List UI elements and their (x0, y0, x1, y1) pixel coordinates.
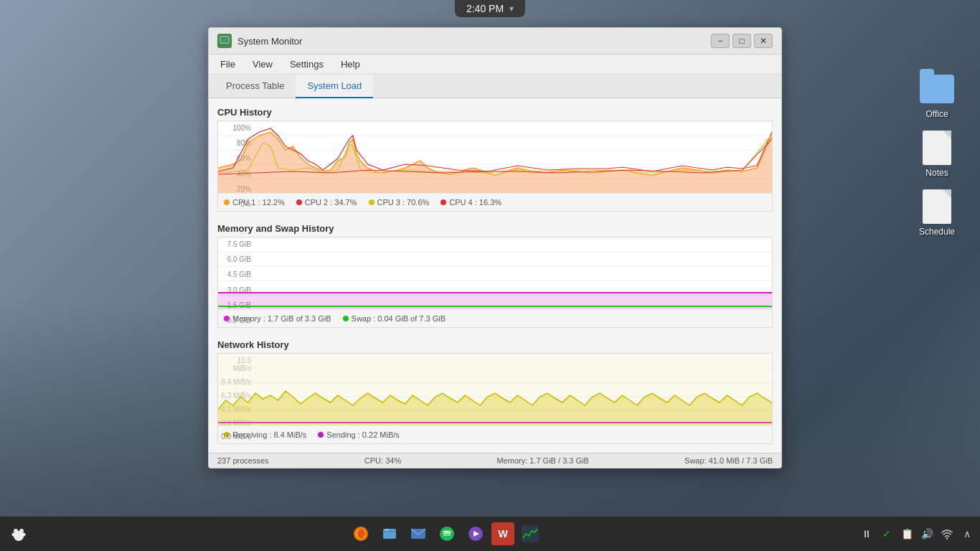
taskbar-firefox[interactable] (348, 521, 374, 547)
memory-chart-container: 7.5 GiB 6.0 GiB 4.5 GiB 3.0 GiB 1.5 GiB … (217, 237, 773, 328)
cpu-history-title: CPU History (217, 107, 773, 118)
cpu-legend: CPU 1 : 12.2% CPU 2 : 34.7% CPU 3 : 70.6… (218, 193, 772, 211)
network-chart-svg (218, 354, 772, 425)
minimize-button[interactable]: − (711, 34, 730, 48)
taskbar-right: ⏸ ✓ 📋 🔊 ∧ (859, 527, 974, 541)
svg-point-27 (14, 529, 18, 533)
firefox-icon (352, 525, 369, 542)
statusbar: 237 processes CPU: 34% Memory: 1.7 GiB /… (209, 453, 781, 468)
process-count: 237 processes (217, 456, 269, 465)
stocks-icon (522, 525, 539, 542)
sending-label: Sending : 0.22 MiB/s (326, 430, 400, 439)
network-history-title: Network History (217, 339, 773, 350)
volume-icon[interactable]: 🔊 (920, 527, 934, 541)
tab-system-load[interactable]: System Load (296, 75, 373, 98)
cpu-chart-area (218, 121, 772, 193)
wifi-symbol (941, 528, 953, 540)
desktop-icons: Office Notes Schedule (908, 72, 966, 237)
notes-file-icon (923, 131, 951, 165)
cpu3-dot (369, 199, 374, 205)
cpu3-legend: CPU 3 : 70.6% (369, 198, 430, 207)
memory-chart-area (218, 237, 772, 309)
files-icon (381, 525, 398, 542)
memory-legend: Memory : 1.7 GiB of 3.3 GiB Swap : 0.04 … (218, 309, 772, 327)
cpu4-dot (440, 199, 446, 205)
network-chart-area (218, 354, 772, 425)
desktop-icon-office[interactable]: Office (908, 72, 966, 119)
cpu-history-section: CPU History 100% 80% 60% 40% 20% 0% (217, 107, 773, 212)
swap-dot (343, 316, 349, 321)
svg-rect-34 (383, 531, 396, 532)
window-title: System Monitor (237, 36, 302, 47)
tab-process-table[interactable]: Process Table (215, 75, 296, 98)
desktop-icon-notes-label: Notes (925, 168, 948, 178)
system-monitor-icon (220, 36, 230, 46)
network-chart-container: 10.5 MiB/s 8.4 MiB/s 6.3 MiB/s 4.2 MiB/s… (217, 353, 773, 444)
window-titlebar: System Monitor − □ ✕ (209, 28, 781, 55)
cpu-chart-container: 100% 80% 60% 40% 20% 0% (217, 121, 773, 212)
menubar: File View Settings Help (209, 55, 781, 75)
swap-legend-item: Swap : 0.04 GiB of 7.3 GiB (343, 314, 446, 323)
chevron-up-icon[interactable]: ∧ (960, 527, 974, 541)
taskbar: W ⏸ ✓ 📋 🔊 ∧ (0, 517, 980, 551)
spotify-icon (438, 525, 456, 542)
tabs: Process Table System Load (209, 75, 781, 98)
cpu2-dot (296, 199, 302, 205)
taskbar-spotify[interactable] (434, 521, 460, 547)
menu-help[interactable]: Help (335, 57, 366, 71)
maximize-button[interactable]: □ (732, 34, 751, 48)
svg-marker-7 (218, 132, 772, 193)
taskbar-left (6, 521, 32, 547)
folder-icon (920, 75, 954, 103)
cpu3-label: CPU 3 : 70.6% (377, 198, 430, 207)
taskbar-stocks[interactable] (517, 521, 543, 547)
clock-widget[interactable]: 2:40 PM ▾ (455, 0, 525, 17)
window-content: CPU History 100% 80% 60% 40% 20% 0% (209, 98, 781, 453)
clipboard-icon[interactable]: 📋 (900, 527, 914, 541)
clock-dropdown-icon[interactable]: ▾ (509, 4, 514, 14)
swap-usage: Swap: 41.0 MiB / 7.3 GiB (684, 456, 773, 465)
pause-icon[interactable]: ⏸ (859, 527, 874, 541)
menu-view[interactable]: View (247, 57, 278, 71)
check-icon[interactable]: ✓ (880, 527, 894, 541)
clock-time: 2:40 PM (466, 3, 504, 14)
desktop-icon-notes[interactable]: Notes (908, 131, 966, 178)
memory-chart-svg (218, 237, 772, 309)
mail-icon (410, 525, 427, 542)
taskbar-player[interactable] (463, 521, 489, 547)
memory-usage: Memory: 1.7 GiB / 3.3 GiB (496, 456, 588, 465)
desktop-icon-schedule[interactable]: Schedule (908, 189, 966, 237)
cpu-usage: CPU: 34% (364, 456, 401, 465)
schedule-file-icon (923, 189, 951, 224)
sending-legend-item: Sending : 0.22 MiB/s (318, 430, 400, 439)
network-history-section: Network History 10.5 MiB/s 8.4 MiB/s 6.3… (217, 339, 773, 444)
svg-point-29 (12, 533, 16, 537)
window-controls: − □ ✕ (711, 34, 773, 48)
svg-point-28 (19, 529, 24, 533)
taskbar-center: W (348, 521, 543, 547)
taskbar-mail[interactable] (405, 521, 431, 547)
desktop: 2:40 PM ▾ Office Notes Schedule (0, 0, 980, 551)
paw-icon (11, 526, 27, 542)
cpu2-legend: CPU 2 : 34.7% (296, 198, 357, 207)
sending-dot (318, 432, 324, 438)
cpu2-label: CPU 2 : 34.7% (305, 198, 357, 207)
svg-rect-35 (385, 529, 389, 531)
memory-history-section: Memory and Swap History 7.5 GiB 6.0 GiB … (217, 223, 773, 328)
svg-point-37 (440, 527, 454, 541)
network-legend: Receiving : 8.4 MiB/s Sending : 0.22 MiB… (218, 425, 772, 443)
desktop-icon-schedule-label: Schedule (919, 227, 955, 237)
cpu4-label: CPU 4 : 16.3% (449, 198, 501, 207)
wps-label: W (498, 528, 507, 540)
svg-point-41 (946, 537, 948, 539)
taskbar-wps[interactable]: W (491, 522, 514, 545)
cpu4-legend: CPU 4 : 16.3% (440, 198, 501, 207)
wifi-icon[interactable] (940, 527, 954, 541)
app-icon (217, 34, 232, 48)
menu-file[interactable]: File (215, 57, 241, 71)
menu-settings[interactable]: Settings (284, 57, 329, 71)
close-button[interactable]: ✕ (754, 34, 773, 48)
taskbar-logo[interactable] (6, 521, 32, 547)
taskbar-files[interactable] (377, 521, 402, 547)
swap-label: Swap : 0.04 GiB of 7.3 GiB (352, 314, 446, 323)
